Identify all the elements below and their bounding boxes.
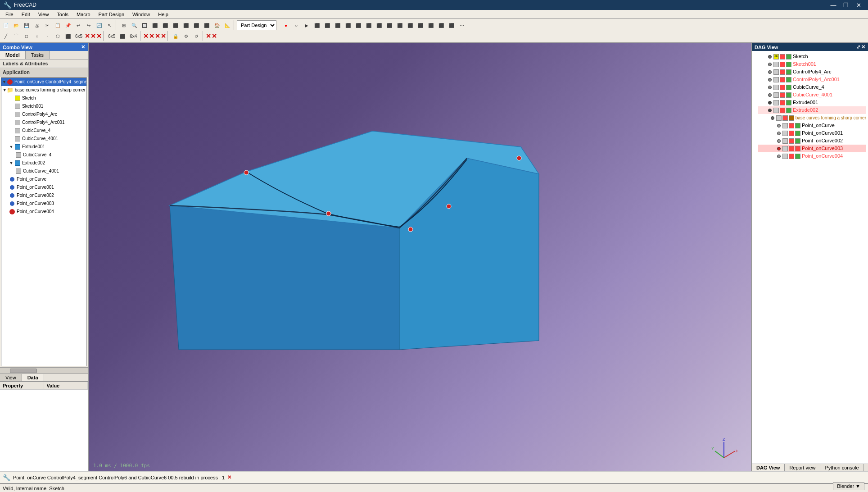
tab-view[interactable]: View bbox=[0, 374, 22, 381]
view-home-button[interactable]: 🏠 bbox=[212, 20, 222, 30]
dag-expand-icon[interactable]: ⤢ bbox=[856, 44, 860, 50]
msg-close-icon[interactable]: ✕ bbox=[227, 474, 231, 480]
sketch-x9[interactable]: ✕ bbox=[212, 32, 217, 40]
tb-btn-1[interactable]: ⬛ bbox=[312, 20, 322, 30]
dag-item-cpoly4arc001[interactable]: ControlPoly4_Arc001 bbox=[758, 76, 866, 83]
dag-item-sketch001[interactable]: Sketch001 bbox=[758, 60, 866, 68]
expand-icon-8[interactable]: ▼ bbox=[9, 144, 14, 150]
sketch-b3[interactable]: 🔒 bbox=[171, 31, 181, 41]
dag-item-sketch[interactable]: 👁 Sketch bbox=[758, 53, 866, 60]
menu-tools[interactable]: Tools bbox=[53, 11, 72, 18]
redo-button[interactable]: ↪ bbox=[84, 20, 94, 30]
minimize-button[interactable]: — bbox=[827, 0, 839, 9]
tree-item-0[interactable]: ▼ Point_onCurve ControlPoly4_segment bbox=[1, 78, 86, 86]
zoom-fit-button[interactable]: ⊞ bbox=[119, 20, 129, 30]
sketch-x7[interactable]: ✕ bbox=[161, 32, 166, 40]
tree-item-7[interactable]: CubicCurve_4001 bbox=[1, 135, 86, 143]
dag-close-icon[interactable]: ✕ bbox=[861, 44, 865, 50]
tab-model[interactable]: Model bbox=[0, 51, 26, 59]
paste-button[interactable]: 📌 bbox=[63, 20, 73, 30]
tree-item-9[interactable]: CubicCurve_4 bbox=[1, 151, 86, 159]
sketch-x3[interactable]: ✕ bbox=[96, 32, 102, 40]
new-button[interactable]: 📄 bbox=[1, 20, 11, 30]
pointer-button[interactable]: ↖ bbox=[104, 20, 114, 30]
save-button[interactable]: 💾 bbox=[22, 20, 32, 30]
tb-btn-13[interactable]: ⬛ bbox=[436, 20, 446, 30]
tb-btn-5[interactable]: ⬛ bbox=[353, 20, 363, 30]
view-bottom-button[interactable]: ⬛ bbox=[191, 20, 201, 30]
zoom-in-button[interactable]: 🔍 bbox=[129, 20, 139, 30]
workbench-dropdown[interactable]: Part Design Part Sketcher bbox=[237, 20, 276, 30]
view-right-button[interactable]: ⬛ bbox=[171, 20, 181, 30]
view-front-button[interactable]: ⬛ bbox=[150, 20, 160, 30]
tree-item-3[interactable]: Sketch001 bbox=[1, 102, 86, 110]
tab-data[interactable]: Data bbox=[22, 374, 44, 381]
tb-btn-9[interactable]: ⬛ bbox=[395, 20, 405, 30]
tb-btn-8[interactable]: ⬛ bbox=[384, 20, 394, 30]
tab-tasks[interactable]: Tasks bbox=[26, 51, 50, 59]
play-button[interactable]: ▶ bbox=[302, 20, 312, 30]
tb-btn-7[interactable]: ⬛ bbox=[374, 20, 384, 30]
dag-item-extrude002[interactable]: Extrude002 bbox=[758, 106, 866, 114]
sketch-line-button[interactable]: ╱ bbox=[1, 31, 11, 41]
sketch-undo[interactable]: ↺ bbox=[191, 31, 201, 41]
refresh-button[interactable]: 🔄 bbox=[94, 20, 104, 30]
open-button[interactable]: 📂 bbox=[11, 20, 21, 30]
tree-hscrollbar[interactable] bbox=[0, 367, 88, 374]
tree-item-5[interactable]: ControlPoly4_Arc001 bbox=[1, 118, 86, 127]
sketch-arc-button[interactable]: ⌒ bbox=[11, 31, 21, 41]
sketch-point-button[interactable]: · bbox=[42, 31, 52, 41]
dag-item-cubiccurve4001[interactable]: CubicCurve_4001 bbox=[758, 91, 866, 99]
panel-close-icon[interactable]: ✕ bbox=[81, 44, 85, 50]
tree-item-13[interactable]: Point_onCurve001 bbox=[1, 183, 86, 191]
tree-item-14[interactable]: Point_onCurve002 bbox=[1, 191, 86, 200]
dag-item-cpoly4arc[interactable]: ControlPoly4_Arc bbox=[758, 68, 866, 76]
dag-item-poc002[interactable]: Point_onCurve002 bbox=[758, 137, 866, 145]
tree-item-8[interactable]: ▼ Extrude001 bbox=[1, 143, 86, 151]
menu-help[interactable]: Help bbox=[154, 11, 172, 18]
dag-tab-pythonconsole[interactable]: Python console bbox=[820, 464, 863, 471]
tb-btn-11[interactable]: ⬛ bbox=[416, 20, 425, 30]
menu-edit[interactable]: Edit bbox=[18, 11, 34, 18]
sketch-circle-button[interactable]: ○ bbox=[32, 31, 42, 41]
sketch-x1[interactable]: ✕ bbox=[85, 32, 90, 40]
tree-item-2[interactable]: Sketch bbox=[1, 94, 86, 102]
tree-item-6[interactable]: CubicCurve_4 bbox=[1, 127, 86, 135]
sketch-x6[interactable]: ✕ bbox=[155, 32, 160, 40]
tree-item-11[interactable]: CubicCurve_4001 bbox=[1, 167, 86, 175]
menu-file[interactable]: File bbox=[2, 11, 17, 18]
dag-item-poc004[interactable]: Point_onCurve004 bbox=[758, 152, 866, 160]
dag-item-extrude001[interactable]: Extrude001 bbox=[758, 99, 866, 106]
print-button[interactable]: 🖨 bbox=[32, 20, 42, 30]
dag-item-poc[interactable]: Point_onCurve bbox=[758, 122, 866, 129]
tree-item-12[interactable]: Point_onCurve bbox=[1, 175, 86, 183]
sketch-b1[interactable]: ⬛ bbox=[63, 31, 73, 41]
menu-window[interactable]: Window bbox=[129, 11, 154, 18]
tree-item-10[interactable]: ▼ Extrude002 bbox=[1, 159, 86, 167]
viewport[interactable]: 1.0 ms / 1000.0 fps Z X Y bbox=[89, 43, 751, 471]
view-measure-button[interactable]: 📐 bbox=[222, 20, 232, 30]
dag-tab-reportview[interactable]: Report view bbox=[785, 464, 820, 471]
sketch-rect-button[interactable]: □ bbox=[22, 31, 32, 41]
expand-icon-10[interactable]: ▼ bbox=[9, 160, 14, 166]
sketch-x2[interactable]: ✕ bbox=[90, 32, 96, 40]
tb-btn-3[interactable]: ⬛ bbox=[333, 20, 343, 30]
blend-dropdown-icon[interactable]: ▼ bbox=[855, 483, 860, 489]
tree-item-4[interactable]: ControlPoly4_Arc bbox=[1, 110, 86, 118]
view-top-button[interactable]: ⬛ bbox=[160, 20, 170, 30]
color-white-button[interactable]: ○ bbox=[291, 20, 301, 30]
tb-btn-14[interactable]: ⬛ bbox=[447, 20, 457, 30]
scrollbar-thumb[interactable] bbox=[10, 369, 37, 373]
view-3d-button[interactable]: 🔲 bbox=[140, 20, 149, 30]
tb-btn-2[interactable]: ⬛ bbox=[322, 20, 332, 30]
tb-btn-10[interactable]: ⬛ bbox=[405, 20, 415, 30]
tb-btn-4[interactable]: ⬛ bbox=[343, 20, 353, 30]
view-back-button[interactable]: ⬛ bbox=[202, 20, 212, 30]
tree-item-1[interactable]: ▼ 📁 base curves forming a sharp corner bbox=[1, 86, 86, 94]
sketch-x8[interactable]: ✕ bbox=[206, 32, 211, 40]
tree-item-15[interactable]: Point_onCurve003 bbox=[1, 200, 86, 208]
copy-button[interactable]: 📋 bbox=[53, 20, 63, 30]
dag-tab-dagview[interactable]: DAG View bbox=[752, 464, 785, 471]
sketch-x4[interactable]: ✕ bbox=[143, 32, 149, 40]
undo-button[interactable]: ↩ bbox=[73, 20, 83, 30]
